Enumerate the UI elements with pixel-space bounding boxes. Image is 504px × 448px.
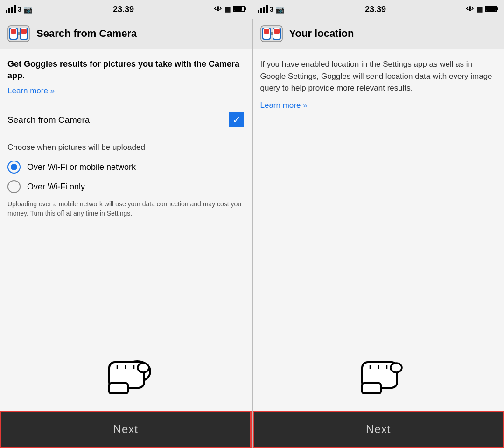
right-app-header: Your location bbox=[253, 19, 504, 49]
radio-wifi-only[interactable]: Over Wi-Fi only bbox=[7, 180, 244, 193]
radio-wifi-mobile[interactable]: Over Wi-Fi or mobile network bbox=[7, 161, 244, 174]
cast-icon-left: ▦ bbox=[224, 6, 231, 13]
right-next-button[interactable]: Next bbox=[253, 411, 504, 448]
hand-pointer-right bbox=[350, 334, 406, 401]
status-right-icons-left: 👁 ▦ bbox=[214, 5, 246, 14]
svg-rect-1 bbox=[8, 8, 10, 13]
radio-wifi-only-circle[interactable] bbox=[7, 180, 21, 193]
svg-rect-21 bbox=[18, 32, 20, 35]
svg-rect-20 bbox=[21, 29, 27, 34]
search-camera-checkbox[interactable]: ✓ bbox=[229, 112, 244, 127]
left-app-header: Search from Camera bbox=[0, 19, 252, 49]
svg-rect-9 bbox=[263, 7, 265, 13]
radio-wifi-mobile-inner bbox=[11, 164, 17, 170]
checkmark-icon: ✓ bbox=[232, 115, 241, 125]
svg-rect-28 bbox=[109, 383, 128, 393]
status-bar: 3 📷 23.39 👁 ▦ bbox=[0, 0, 504, 19]
battery-icon-left bbox=[233, 5, 246, 14]
right-panel: Your location If you have enabled locati… bbox=[253, 19, 504, 448]
upload-section-title: Choose when pictures will be uploaded bbox=[7, 143, 244, 152]
left-panel-body: Get Goggles results for pictures you tak… bbox=[0, 49, 252, 235]
network-type-left: 3 bbox=[18, 6, 21, 13]
svg-rect-12 bbox=[497, 7, 498, 10]
svg-rect-39 bbox=[271, 32, 273, 35]
upload-note: Uploading over a mobile network will use… bbox=[7, 200, 244, 218]
main-content: Search from Camera Get Goggles results f… bbox=[0, 19, 504, 448]
search-camera-toggle-row: Search from Camera ✓ bbox=[7, 107, 244, 133]
left-description: Get Goggles results for pictures you tak… bbox=[7, 58, 244, 82]
network-type-right: 3 bbox=[270, 6, 273, 13]
left-learn-more[interactable]: Learn more » bbox=[7, 86, 55, 96]
status-left-icons-right: 3 📷 bbox=[258, 5, 285, 14]
radio-wifi-only-label: Over Wi-Fi only bbox=[27, 182, 85, 192]
svg-rect-13 bbox=[486, 7, 496, 11]
status-right-icons-right: 👁 ▦ bbox=[466, 5, 498, 14]
hand-pointer-left bbox=[98, 334, 154, 401]
status-bar-right: 3 📷 23.39 👁 ▦ bbox=[252, 0, 504, 19]
signal-icon-left bbox=[6, 5, 16, 14]
svg-rect-5 bbox=[245, 7, 246, 10]
svg-rect-42 bbox=[362, 383, 381, 393]
camera-icon-left: 📷 bbox=[23, 5, 33, 14]
svg-rect-2 bbox=[11, 7, 13, 13]
eye-icon-left: 👁 bbox=[214, 5, 222, 14]
svg-rect-17 bbox=[11, 29, 16, 34]
toggle-label: Search from Camera bbox=[7, 115, 90, 125]
right-panel-body: If you have enabled location in the Sett… bbox=[253, 49, 504, 235]
battery-icon-right bbox=[485, 5, 498, 14]
camera-icon-right: 📷 bbox=[275, 5, 285, 14]
right-learn-more[interactable]: Learn more » bbox=[260, 101, 308, 110]
left-next-label: Next bbox=[113, 423, 138, 436]
right-description: If you have enabled location in the Sett… bbox=[260, 58, 497, 94]
svg-rect-38 bbox=[274, 29, 280, 34]
svg-rect-35 bbox=[264, 29, 269, 34]
svg-rect-8 bbox=[260, 8, 262, 13]
goggles-logo-left bbox=[7, 25, 30, 42]
svg-point-27 bbox=[138, 363, 149, 372]
svg-point-41 bbox=[391, 363, 402, 372]
svg-rect-7 bbox=[258, 10, 259, 13]
left-panel: Search from Camera Get Goggles results f… bbox=[0, 19, 252, 448]
cast-icon-right: ▦ bbox=[476, 6, 483, 13]
goggles-logo-right bbox=[260, 25, 283, 42]
svg-rect-3 bbox=[14, 5, 16, 13]
right-pointer-area bbox=[253, 235, 504, 411]
right-app-title: Your location bbox=[289, 28, 354, 40]
svg-rect-0 bbox=[6, 10, 7, 13]
radio-wifi-mobile-label: Over Wi-Fi or mobile network bbox=[27, 162, 136, 172]
left-next-button[interactable]: Next bbox=[0, 411, 252, 448]
radio-wifi-mobile-circle[interactable] bbox=[7, 161, 21, 174]
time-left: 23.39 bbox=[113, 5, 134, 14]
status-left-icons: 3 📷 bbox=[6, 5, 33, 14]
time-right: 23.39 bbox=[365, 5, 386, 14]
signal-icon-right bbox=[258, 5, 268, 14]
left-app-title: Search from Camera bbox=[36, 28, 137, 40]
status-bar-left: 3 📷 23.39 👁 ▦ bbox=[0, 0, 252, 19]
left-pointer-area bbox=[0, 235, 252, 411]
svg-rect-10 bbox=[266, 5, 268, 13]
right-next-label: Next bbox=[366, 423, 391, 436]
svg-rect-6 bbox=[234, 7, 242, 11]
eye-icon-right: 👁 bbox=[466, 5, 474, 14]
